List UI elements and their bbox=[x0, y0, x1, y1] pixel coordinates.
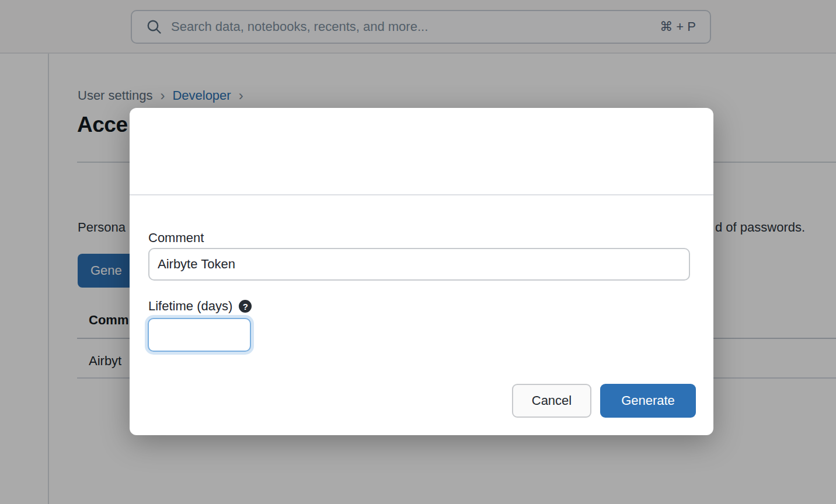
lifetime-label-row: Lifetime (days) ? bbox=[148, 299, 252, 314]
question-circle-icon[interactable]: ? bbox=[239, 300, 252, 313]
lifetime-days-input[interactable] bbox=[148, 318, 251, 352]
comment-input[interactable] bbox=[148, 248, 690, 281]
screen: Search data, notebooks, recents, and mor… bbox=[0, 0, 836, 504]
lifetime-label: Lifetime (days) bbox=[148, 299, 232, 314]
modal-header-divider bbox=[130, 194, 713, 195]
cancel-button[interactable]: Cancel bbox=[512, 384, 591, 418]
comment-label: Comment bbox=[148, 230, 204, 246]
generate-button[interactable]: Generate bbox=[600, 384, 696, 418]
